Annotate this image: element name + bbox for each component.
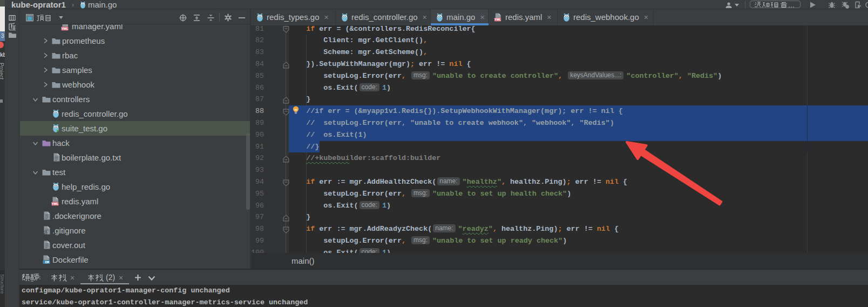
svg-text:YML: YML	[494, 18, 501, 21]
svg-text:YML: YML	[51, 202, 58, 205]
svg-text:YML: YML	[61, 26, 68, 30]
